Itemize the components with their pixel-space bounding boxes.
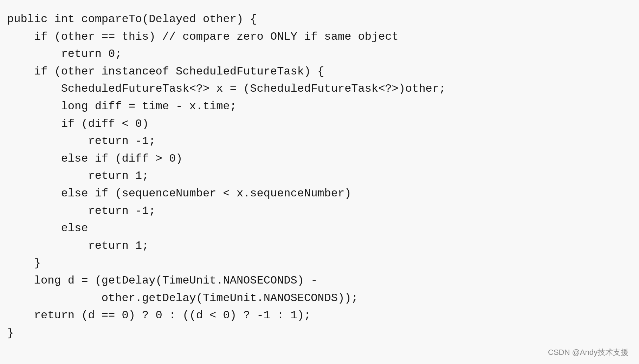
code-container: public int compareTo(Delayed other) { if…: [0, 0, 639, 364]
code-block: public int compareTo(Delayed other) { if…: [7, 11, 632, 342]
watermark: CSDN @Andy技术支援: [548, 347, 628, 358]
